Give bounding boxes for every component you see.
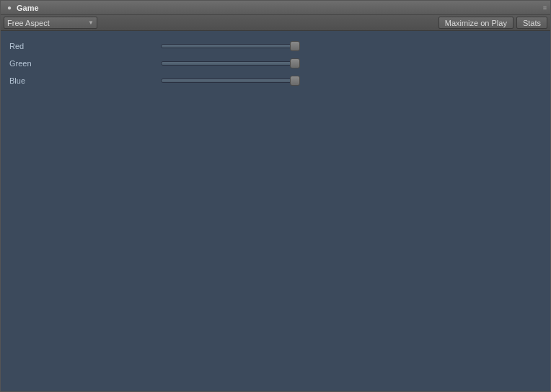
- chevron-down-icon: ▼: [88, 19, 94, 26]
- green-slider-row: Green: [9, 55, 542, 71]
- game-icon: ●: [5, 4, 14, 12]
- red-slider-container: [161, 44, 298, 48]
- maximize-on-play-button[interactable]: Maximize on Play: [438, 17, 513, 29]
- red-slider-thumb[interactable]: [290, 41, 300, 51]
- title-bar: ● Game ≡: [1, 1, 550, 15]
- blue-slider-track[interactable]: [161, 79, 298, 83]
- blue-slider-fill: [162, 79, 297, 82]
- green-slider-container: [161, 61, 298, 66]
- green-label: Green: [9, 59, 161, 68]
- toolbar: Free Aspect ▼ Maximize on Play Stats: [1, 15, 550, 31]
- green-slider-fill: [162, 62, 297, 65]
- window-menu-dots[interactable]: ≡: [543, 4, 547, 12]
- game-window: ● Game ≡ Free Aspect ▼ Maximize on Play …: [0, 0, 551, 392]
- stats-button[interactable]: Stats: [516, 17, 547, 29]
- blue-slider-container: [161, 79, 298, 83]
- red-slider-fill: [162, 45, 297, 48]
- red-slider-track[interactable]: [161, 44, 298, 48]
- blue-slider-row: Blue: [9, 73, 542, 89]
- window-title: Game: [17, 4, 39, 12]
- title-bar-controls: ≡: [543, 4, 547, 12]
- green-slider-thumb[interactable]: [290, 58, 300, 68]
- aspect-dropdown-label: Free Aspect: [7, 19, 88, 27]
- blue-slider-thumb[interactable]: [290, 76, 300, 86]
- blue-label: Blue: [9, 76, 161, 85]
- red-label: Red: [9, 42, 161, 50]
- red-slider-row: Red: [9, 38, 542, 54]
- empty-area: [9, 90, 542, 384]
- aspect-dropdown[interactable]: Free Aspect ▼: [4, 17, 97, 29]
- main-content: Red Green Blue: [1, 31, 550, 391]
- green-slider-track[interactable]: [161, 61, 298, 66]
